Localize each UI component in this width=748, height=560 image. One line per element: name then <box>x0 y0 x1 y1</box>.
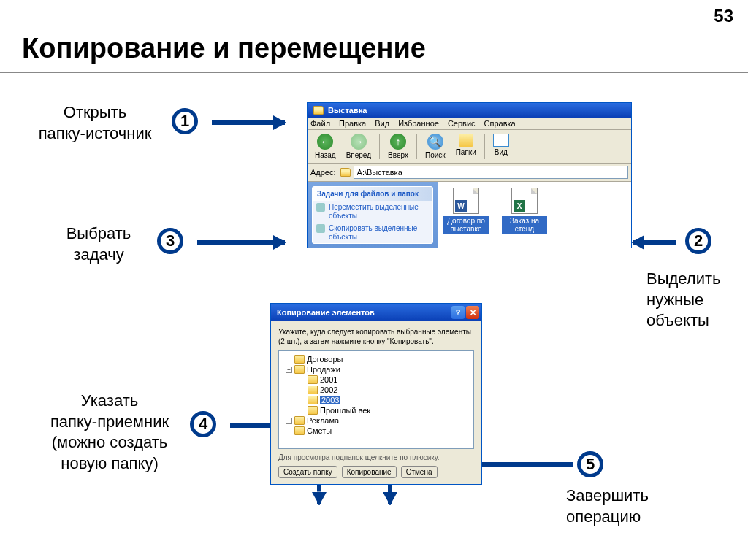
new-folder-button[interactable]: Создать папку <box>278 466 337 478</box>
folder-icon <box>294 416 305 425</box>
step2-label: Выделить нужные объекты <box>646 269 734 331</box>
task-copy[interactable]: Скопировать выделенные объекты <box>313 222 432 243</box>
menu-view[interactable]: Вид <box>375 119 389 128</box>
arrow-step2 <box>633 240 676 245</box>
close-button[interactable]: ✕ <box>466 306 479 319</box>
view-button[interactable]: Вид <box>489 132 514 161</box>
menu-help[interactable]: Справка <box>484 119 516 128</box>
addressbar: Адрес: <box>308 164 631 182</box>
menu-file[interactable]: Файл <box>310 119 330 128</box>
back-button[interactable]: ←Назад <box>310 132 340 161</box>
explorer-body: Задачи для файлов и папок Переместить вы… <box>308 182 631 248</box>
folder-tree[interactable]: Договоры −Продажи 2001 2002 2003 Прошлый… <box>278 350 474 449</box>
explorer-window: Выставка Файл Правка Вид Избранное Серви… <box>307 102 632 248</box>
step2-badge: 2 <box>685 228 711 254</box>
explorer-titlebar[interactable]: Выставка <box>308 103 631 118</box>
cancel-button[interactable]: Отмена <box>401 466 438 478</box>
address-input[interactable] <box>354 166 628 179</box>
task-panel-title[interactable]: Задачи для файлов и папок <box>313 187 432 201</box>
forward-icon: → <box>351 134 367 150</box>
side-panel: Задачи для файлов и папок Переместить вы… <box>308 182 438 248</box>
back-icon: ← <box>317 134 333 150</box>
excel-doc-icon: X <box>511 188 538 214</box>
step3-label: Выбрать задачу <box>51 223 146 265</box>
tree-item[interactable]: 2001 <box>280 375 472 385</box>
folder-icon <box>340 168 351 177</box>
step5-badge: 5 <box>577 451 603 477</box>
dialog-hint: Для просмотра подпапок щелкните по плюси… <box>278 453 474 461</box>
toolbar-separator <box>484 134 485 159</box>
dialog-title: Копирование элементов <box>277 308 375 317</box>
tree-item[interactable]: Договоры <box>280 354 472 364</box>
expand-icon[interactable]: + <box>286 418 292 424</box>
search-button[interactable]: 🔍Поиск <box>421 132 450 161</box>
step3-badge: 3 <box>157 228 183 254</box>
dialog-buttons: Создать папку Копирование Отмена <box>278 466 474 478</box>
toolbar-separator <box>416 134 417 159</box>
tree-item[interactable]: +Реклама <box>280 415 472 426</box>
forward-button[interactable]: →Вперед <box>342 132 375 161</box>
copy-button[interactable]: Копирование <box>342 466 397 478</box>
page-number: 53 <box>714 6 733 26</box>
tree-item[interactable]: −Продажи <box>280 364 472 375</box>
arrow-step1 <box>212 120 285 125</box>
content-area[interactable]: W Договор по выставке X Заказ на стенд <box>438 182 631 248</box>
menu-edit[interactable]: Правка <box>339 119 366 128</box>
search-icon: 🔍 <box>427 134 443 150</box>
view-icon <box>493 134 509 147</box>
tree-item-selected[interactable]: 2003 <box>280 395 472 405</box>
up-icon: ↑ <box>390 134 406 150</box>
folder-icon <box>308 406 318 415</box>
folder-icon <box>313 106 324 115</box>
file-item-1[interactable]: W Договор по выставке <box>443 188 489 242</box>
word-doc-icon: W <box>453 188 479 214</box>
address-label: Адрес: <box>310 168 336 177</box>
title-underline <box>0 72 748 73</box>
step4-badge: 4 <box>190 411 216 437</box>
step4-label: Указать папку-приемник (можно создать но… <box>37 391 183 474</box>
task-move[interactable]: Переместить выделенные объекты <box>313 201 432 222</box>
dialog-body: Укажите, куда следует копировать выбранн… <box>271 321 481 484</box>
menu-favorites[interactable]: Избранное <box>398 119 439 128</box>
help-button[interactable]: ? <box>451 306 465 319</box>
menu-tools[interactable]: Сервис <box>448 119 476 128</box>
dialog-titlebar[interactable]: Копирование элементов ? ✕ <box>271 304 481 321</box>
folder-icon <box>294 355 305 364</box>
task-box: Задачи для файлов и папок Переместить вы… <box>312 186 433 244</box>
folder-icon <box>294 365 305 374</box>
file-label: Заказ на стенд <box>502 216 547 234</box>
arrow-step3 <box>197 240 285 245</box>
menubar: Файл Правка Вид Избранное Сервис Справка <box>308 118 631 130</box>
copy-dialog: Копирование элементов ? ✕ Укажите, куда … <box>270 303 482 485</box>
tree-item[interactable]: 2002 <box>280 385 472 395</box>
toolbar: ←Назад →Вперед ↑Вверх 🔍Поиск Папки Вид <box>308 130 631 164</box>
toolbar-separator <box>379 134 380 159</box>
folders-button[interactable]: Папки <box>451 132 481 161</box>
folder-icon <box>308 396 318 404</box>
step5-label: Завершить операцию <box>566 486 683 527</box>
file-item-2[interactable]: X Заказ на стенд <box>502 188 547 242</box>
explorer-title: Выставка <box>328 106 367 115</box>
file-label: Договор по выставке <box>443 216 489 234</box>
dialog-instructions: Укажите, куда следует копировать выбранн… <box>278 327 474 346</box>
step1-label: Открыть папку-источник <box>26 102 164 144</box>
slide-title: Копирование и перемещение <box>22 33 426 64</box>
collapse-icon[interactable]: − <box>286 367 292 373</box>
folders-icon <box>459 134 473 147</box>
folder-icon <box>308 375 318 384</box>
up-button[interactable]: ↑Вверх <box>383 132 413 161</box>
tree-item[interactable]: Сметы <box>280 426 472 436</box>
folder-icon <box>308 386 318 394</box>
folder-icon <box>294 426 305 435</box>
step1-badge: 1 <box>172 108 198 134</box>
tree-item[interactable]: Прошлый век <box>280 405 472 415</box>
